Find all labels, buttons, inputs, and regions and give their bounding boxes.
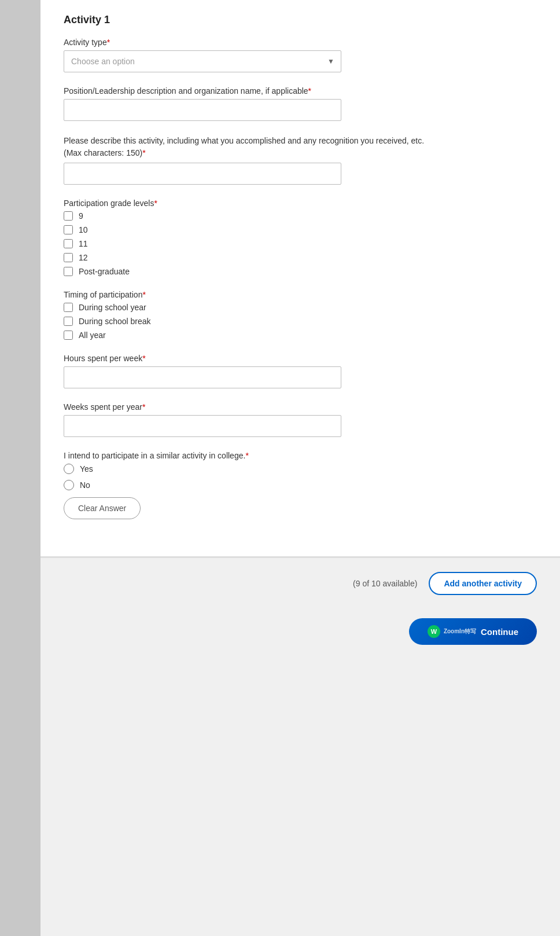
weeks-label: Weeks spent per year* [64,402,537,412]
hours-label: Hours spent per week* [64,354,537,363]
position-label: Position/Leadership description and orga… [64,86,537,96]
grade-10-item[interactable]: 10 [64,225,537,234]
college-label: I intend to participate in a similar act… [64,451,537,460]
grade-levels-checkboxes: 9 10 11 12 Post-graduate [64,211,537,276]
grade-levels-label: Participation grade levels* [64,199,537,208]
grade-10-label: 10 [79,225,88,234]
wechat-badge: W ZoomIn特写 [428,625,476,638]
grade-9-label: 9 [79,211,83,221]
timing-school-break-item[interactable]: During school break [64,317,537,326]
grade-9-checkbox[interactable] [64,211,73,221]
college-no-item[interactable]: No [64,480,537,490]
continue-button[interactable]: W ZoomIn特写 Continue [409,618,537,645]
timing-all-year-checkbox[interactable] [64,331,73,340]
grade-postgrad-checkbox[interactable] [64,267,73,276]
continue-section: W ZoomIn特写 Continue [40,609,560,654]
description-label: Please describe this activity, including… [64,135,537,159]
weeks-group: Weeks spent per year* [64,402,537,437]
grade-9-item[interactable]: 9 [64,211,537,221]
clear-answer-button[interactable]: Clear Answer [64,497,141,519]
description-input[interactable] [64,163,341,185]
weeks-input[interactable] [64,415,341,437]
grade-postgrad-item[interactable]: Post-graduate [64,267,537,276]
timing-school-break-checkbox[interactable] [64,317,73,326]
college-yes-item[interactable]: Yes [64,464,537,474]
timing-group: Timing of participation* During school y… [64,290,537,340]
college-no-label: No [80,480,90,490]
activity-card: Activity 1 Activity type* Choose an opti… [40,0,560,557]
timing-all-year-label: All year [79,331,106,340]
description-group: Please describe this activity, including… [64,135,537,185]
activity-type-group: Activity type* Choose an option Club Spo… [64,38,537,72]
timing-school-year-label: During school year [79,303,146,312]
activity-type-select[interactable]: Choose an option Club Sport Community Se… [64,50,341,72]
grade-11-label: 11 [79,239,88,248]
timing-label: Timing of participation* [64,290,537,299]
hours-input[interactable] [64,366,341,388]
wechat-icon: W [428,625,440,638]
grade-12-item[interactable]: 12 [64,253,537,262]
college-radio-group: Yes No [64,464,537,490]
college-no-radio[interactable] [64,480,74,490]
left-sidebar [0,0,40,936]
grade-10-checkbox[interactable] [64,225,73,234]
timing-checkboxes: During school year During school break A… [64,303,537,340]
grade-levels-group: Participation grade levels* 9 10 11 12 [64,199,537,276]
college-yes-radio[interactable] [64,464,74,474]
grade-12-label: 12 [79,253,88,262]
grade-11-checkbox[interactable] [64,239,73,248]
available-text: (9 of 10 available) [353,579,417,588]
continue-label: Continue [481,627,518,637]
footer-bar: (9 of 10 available) Add another activity [40,557,560,609]
add-activity-button[interactable]: Add another activity [429,572,537,595]
wechat-label: ZoomIn特写 [444,627,476,636]
college-yes-label: Yes [80,464,93,473]
timing-school-year-item[interactable]: During school year [64,303,537,312]
activity-type-select-wrapper: Choose an option Club Sport Community Se… [64,50,341,72]
activity-type-label: Activity type* [64,38,537,47]
grade-postgrad-label: Post-graduate [79,267,130,276]
timing-school-year-checkbox[interactable] [64,303,73,312]
hours-group: Hours spent per week* [64,354,537,388]
grade-11-item[interactable]: 11 [64,239,537,248]
college-group: I intend to participate in a similar act… [64,451,537,519]
timing-school-break-label: During school break [79,317,151,326]
timing-all-year-item[interactable]: All year [64,331,537,340]
grade-12-checkbox[interactable] [64,253,73,262]
activity-title: Activity 1 [64,14,537,26]
position-input[interactable] [64,99,341,121]
position-group: Position/Leadership description and orga… [64,86,537,121]
